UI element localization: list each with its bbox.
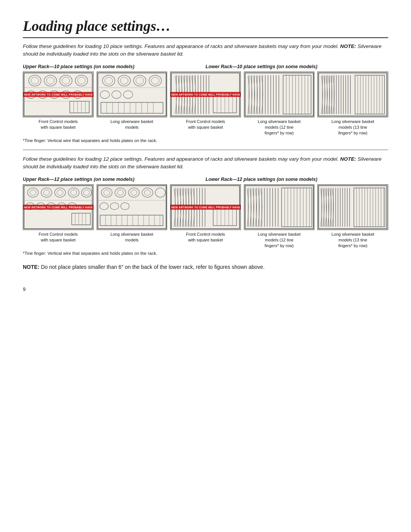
rack-image-10-1: NEW ARTWORK TO COME WILL PROBABLY HAVE T… bbox=[23, 72, 94, 117]
bottom-note: NOTE: Do not place plates smaller than 6… bbox=[23, 263, 388, 271]
tine-note-10: *Tine finger: Vertical wire that separat… bbox=[23, 138, 388, 143]
image-block-12-3: NEW ARTWORK TO COME WILL PROBABLY HAVE T… bbox=[170, 184, 241, 243]
svg-rect-178 bbox=[245, 186, 314, 229]
image-block-12-2: Long silverware basketmodels bbox=[97, 184, 167, 243]
svg-rect-21 bbox=[98, 73, 166, 116]
red-banner-10c: NEW ARTWORK TO COME WILL PROBABLY HAVE T… bbox=[170, 92, 241, 97]
images-row-10: NEW ARTWORK TO COME WILL PROBABLY HAVE T… bbox=[23, 72, 388, 136]
rack-image-10-3: NEW ARTWORK TO COME WILL PROBABLY HAVE T… bbox=[170, 72, 241, 117]
page-number: 9 bbox=[23, 286, 388, 292]
image-block-12-1: NEW ARTWORK TO COME WILL PROBABLY HAVE T… bbox=[23, 184, 94, 243]
upper-rack-label-12: Upper Rack—12 place settings (on some mo… bbox=[23, 177, 206, 182]
section-12: Upper Rack—12 place settings (on some mo… bbox=[23, 177, 388, 256]
intro-10-text: Follow these guidelines for loading 10 p… bbox=[23, 43, 388, 58]
rack-image-12-2 bbox=[97, 184, 167, 230]
lower-rack-label-12: Lower Rack—12 place settings (on some mo… bbox=[206, 177, 388, 182]
caption-12-2: Long silverware basketmodels bbox=[110, 232, 153, 243]
red-banner-10: NEW ARTWORK TO COME WILL PROBABLY HAVE T… bbox=[23, 92, 93, 97]
caption-12-4: Long silverware basketmodels (12 tinefin… bbox=[258, 232, 301, 249]
caption-10-1: Front Control modelswith square basket bbox=[38, 119, 78, 130]
image-block-10-1: NEW ARTWORK TO COME WILL PROBABLY HAVE T… bbox=[23, 72, 94, 130]
red-banner-12c: NEW ARTWORK TO COME WILL PROBABLY HAVE T… bbox=[170, 205, 241, 210]
section-divider bbox=[23, 150, 388, 150]
intro-12-text: Follow these guidelines for loading 12 p… bbox=[23, 155, 388, 171]
rack-image-10-5 bbox=[317, 72, 388, 117]
upper-rack-label-10: Upper Rack—10 place settings (on some mo… bbox=[23, 64, 206, 69]
tine-note-12: *Tine finger: Vertical wire that separat… bbox=[23, 251, 388, 256]
image-block-12-5: Long silverware basketmodels (13 tinefin… bbox=[317, 184, 388, 249]
caption-10-2: Long silverware basketmodels bbox=[110, 119, 153, 130]
image-block-10-5: Long silverware basketmodels (13 tinefin… bbox=[317, 72, 388, 136]
rack-image-12-1: NEW ARTWORK TO COME WILL PROBABLY HAVE T… bbox=[23, 184, 94, 230]
image-block-10-2: Long silverware basketmodels bbox=[97, 72, 167, 130]
image-block-10-4: Long silverware basketmodels (12 tinefin… bbox=[244, 72, 315, 136]
image-block-12-4: Long silverware basketmodels (12 tinefin… bbox=[244, 184, 315, 249]
caption-10-5: Long silverware basketmodels (13 tinefin… bbox=[331, 119, 374, 136]
caption-12-5: Long silverware basketmodels (13 tinefin… bbox=[331, 232, 374, 249]
caption-12-1: Front Control modelswith square basket bbox=[38, 232, 78, 243]
rack-image-12-5 bbox=[317, 184, 388, 230]
rack-image-10-2 bbox=[97, 72, 167, 117]
rack-image-12-3: NEW ARTWORK TO COME WILL PROBABLY HAVE T… bbox=[170, 184, 241, 230]
caption-12-3: Front Control modelswith square basket bbox=[186, 232, 225, 243]
rack-labels-10: Upper Rack—10 place settings (on some mo… bbox=[23, 64, 388, 69]
rack-image-12-4 bbox=[244, 184, 315, 230]
svg-rect-64 bbox=[245, 73, 314, 116]
rack-image-10-4 bbox=[244, 72, 315, 117]
title-divider bbox=[23, 37, 388, 38]
red-banner-12a: NEW ARTWORK TO COME WILL PROBABLY HAVE T… bbox=[23, 205, 93, 210]
section-10: Upper Rack—10 place settings (on some mo… bbox=[23, 64, 388, 143]
caption-10-3: Front Control modelswith square basket bbox=[186, 119, 225, 130]
image-block-10-3: NEW ARTWORK TO COME WILL PROBABLY HAVE T… bbox=[170, 72, 241, 130]
caption-10-4: Long silverware basketmodels (12 tinefin… bbox=[258, 119, 301, 136]
rack-labels-12: Upper Rack—12 place settings (on some mo… bbox=[23, 177, 388, 182]
lower-rack-label-10: Lower Rack—10 place settings (on some mo… bbox=[206, 64, 388, 69]
images-row-12: NEW ARTWORK TO COME WILL PROBABLY HAVE T… bbox=[23, 184, 388, 249]
page-title: Loading place settings… bbox=[23, 18, 388, 34]
